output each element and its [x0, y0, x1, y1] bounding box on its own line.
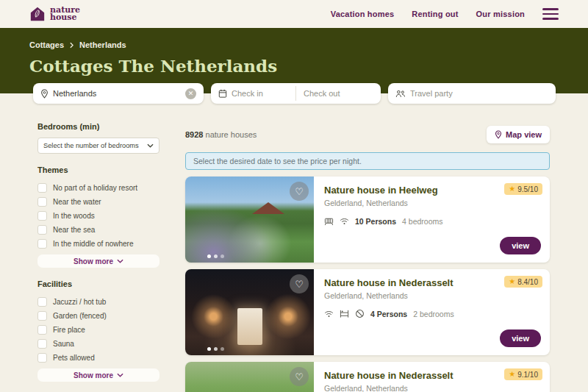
- wifi-icon: [324, 310, 334, 318]
- map-view-button[interactable]: Map view: [487, 126, 550, 143]
- breadcrumb-cottages[interactable]: Cottages: [29, 40, 64, 49]
- bedrooms-count: 2 bedrooms: [413, 310, 453, 318]
- persons-count: 10 Persons: [355, 217, 396, 226]
- main-nav: Vacation homes Renting out Our mission: [331, 8, 559, 20]
- view-button[interactable]: view: [500, 237, 541, 254]
- nav-our-mission[interactable]: Our mission: [476, 10, 525, 18]
- favorite-heart-icon[interactable]: ♡: [290, 182, 309, 201]
- facility-option-fire-place[interactable]: Fire place: [37, 323, 159, 337]
- location-pin-icon: [40, 89, 49, 99]
- breadcrumb-netherlands[interactable]: Netherlands: [79, 40, 126, 49]
- checkbox[interactable]: [37, 297, 47, 307]
- bedrooms-select[interactable]: Select the number of bedrooms: [37, 138, 159, 154]
- listing-card: ♡ Nature house in Nederasselt Gelderland…: [185, 269, 550, 355]
- listing-card: ♡ Nature house in Nederasselt Gelderland…: [185, 362, 550, 392]
- calendar-icon: [218, 89, 227, 98]
- facility-option-sauna[interactable]: Sauna: [37, 337, 159, 351]
- location-field[interactable]: ✕: [33, 83, 204, 104]
- bedrooms-filter-section: Bedrooms (min) Select the number of bedr…: [37, 122, 159, 154]
- checkbox[interactable]: [37, 239, 47, 249]
- bedrooms-heading: Bedrooms (min): [37, 122, 159, 131]
- facilities-show-more-button[interactable]: Show more: [37, 368, 159, 382]
- themes-heading: Themes: [37, 165, 159, 174]
- date-info-banner: Select the desired date to see the price…: [185, 152, 550, 170]
- favorite-heart-icon[interactable]: ♡: [290, 274, 309, 293]
- travel-party-input[interactable]: [410, 89, 548, 98]
- check-in-input[interactable]: [232, 89, 288, 98]
- checkbox[interactable]: [37, 325, 47, 335]
- filter-sidebar: Bedrooms (min) Select the number of bedr…: [37, 122, 159, 392]
- chevron-down-icon: [117, 259, 123, 263]
- rating-badge: ★ 9.5/10: [504, 183, 542, 195]
- carousel-dots[interactable]: [207, 347, 224, 351]
- travel-party-field[interactable]: [388, 83, 556, 104]
- search-bar: ✕: [33, 83, 556, 104]
- listing-photo[interactable]: ♡: [185, 269, 314, 355]
- brand-logo[interactable]: naturehouse: [29, 6, 80, 22]
- persons-count: 4 Persons: [370, 310, 407, 318]
- nav-vacation-homes[interactable]: Vacation homes: [331, 10, 395, 18]
- breadcrumb-chevron-icon: [70, 42, 74, 49]
- house-leaf-icon: [29, 6, 46, 22]
- listing-card: ♡ Nature house in Heelweg Gelderland, Ne…: [185, 177, 550, 263]
- date-fields: [211, 83, 381, 104]
- hamburger-menu-icon[interactable]: [542, 8, 559, 20]
- results-count: 8928 nature houses: [185, 130, 257, 139]
- listing-details: Nature house in Heelweg Gelderland, Neth…: [314, 177, 550, 263]
- theme-option-middle-of-nowhere[interactable]: In the middle of nowhere: [37, 237, 159, 251]
- bedrooms-select-value: Select the number of bedrooms: [43, 142, 139, 149]
- check-in-field[interactable]: [211, 83, 295, 104]
- nav-renting-out[interactable]: Renting out: [412, 10, 458, 18]
- crib-icon: [324, 216, 334, 226]
- carousel-dots[interactable]: [207, 254, 224, 258]
- listing-photo[interactable]: ♡: [185, 362, 314, 392]
- results-area: 8928 nature houses Map view Select the d…: [185, 126, 550, 392]
- location-input[interactable]: [53, 89, 185, 98]
- rating-badge: ★ 8.4/10: [504, 276, 542, 288]
- view-button[interactable]: view: [500, 329, 541, 347]
- chevron-down-icon: [117, 373, 123, 377]
- amenities-row: 10 Persons 4 bedrooms: [324, 216, 539, 226]
- listing-location: Gelderland, Netherlands: [324, 384, 539, 392]
- listing-photo[interactable]: ♡: [185, 177, 314, 263]
- breadcrumb: Cottages Netherlands: [29, 40, 559, 49]
- checkbox[interactable]: [37, 211, 47, 221]
- star-icon: ★: [509, 278, 515, 285]
- favorite-heart-icon[interactable]: ♡: [290, 367, 309, 386]
- check-out-input[interactable]: [304, 89, 373, 98]
- themes-filter-section: Themes No part of a holiday resort Near …: [37, 165, 159, 268]
- listing-location: Gelderland, Netherlands: [324, 199, 539, 207]
- star-icon: ★: [509, 185, 515, 193]
- star-icon: ★: [509, 371, 515, 378]
- theme-option-holiday-resort[interactable]: No part of a holiday resort: [37, 181, 159, 195]
- checkbox[interactable]: [37, 339, 47, 349]
- rating-badge: ★ 9.1/10: [504, 368, 542, 380]
- checkbox[interactable]: [37, 353, 47, 363]
- page: naturehouse Vacation homes Renting out O…: [0, 0, 588, 392]
- theme-option-near-water[interactable]: Near the water: [37, 195, 159, 209]
- facilities-heading: Facilities: [37, 279, 159, 288]
- checkbox[interactable]: [37, 225, 47, 235]
- travel-party-icon: [395, 90, 406, 98]
- facility-option-jacuzzi[interactable]: Jacuzzi / hot tub: [37, 295, 159, 309]
- facility-option-garden[interactable]: Garden (fenced): [37, 309, 159, 323]
- checkbox[interactable]: [37, 311, 47, 321]
- checkbox[interactable]: [37, 197, 47, 207]
- theme-option-near-sea[interactable]: Near the sea: [37, 223, 159, 237]
- themes-show-more-button[interactable]: Show more: [37, 254, 159, 268]
- results-header: 8928 nature houses Map view: [185, 126, 550, 143]
- brand-name: naturehouse: [50, 7, 80, 22]
- check-out-field[interactable]: [296, 83, 381, 104]
- wifi-icon: [340, 218, 349, 225]
- clear-location-icon[interactable]: ✕: [185, 88, 196, 99]
- bedrooms-count: 4 bedrooms: [402, 217, 442, 226]
- amenities-row: 4 Persons 2 bedrooms: [324, 309, 539, 318]
- top-bar: naturehouse Vacation homes Renting out O…: [0, 0, 588, 28]
- map-pin-icon: [495, 130, 502, 139]
- checkbox[interactable]: [37, 183, 47, 193]
- facility-option-pets-allowed[interactable]: Pets allowed: [37, 351, 159, 365]
- page-title: Cottages The Netherlands: [29, 56, 559, 76]
- bunk-bed-icon: [340, 309, 349, 318]
- theme-option-in-woods[interactable]: In the woods: [37, 209, 159, 223]
- listing-details: Nature house in Nederasselt Gelderland, …: [314, 362, 550, 392]
